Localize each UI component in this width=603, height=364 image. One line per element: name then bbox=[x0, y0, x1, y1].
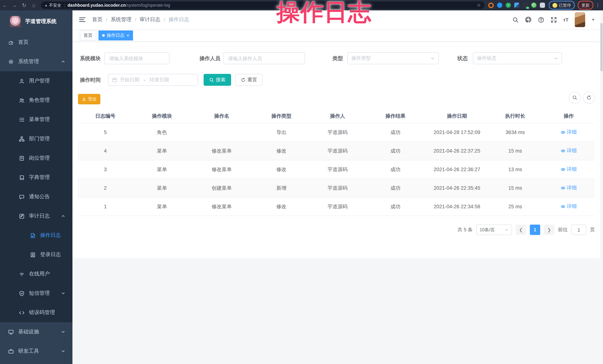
back-icon[interactable]: ← bbox=[0, 2, 10, 8]
extension-icon-green-v[interactable]: v bbox=[506, 3, 511, 8]
operator-input[interactable] bbox=[227, 55, 301, 61]
bookmark-star-icon[interactable]: ☆ bbox=[477, 3, 481, 8]
detail-link[interactable]: 详细 bbox=[561, 185, 577, 191]
status-select[interactable]: 操作状态 bbox=[473, 52, 562, 64]
sidebar-item-role-mgmt[interactable]: 角色管理 bbox=[0, 91, 72, 110]
column-header: 操作日期 bbox=[426, 113, 488, 120]
sidebar-item-user-mgmt[interactable]: 用户管理 bbox=[0, 71, 72, 91]
cell-operator: 芋道源码 bbox=[310, 203, 365, 210]
sidebar-item-menu-mgmt[interactable]: 菜单管理 bbox=[0, 110, 72, 129]
address-bar[interactable]: ▲ 不安全 | dashboard.yudao.iocoder.cn /syst… bbox=[41, 1, 485, 9]
sidebar-item-audit-log[interactable]: 审计日志 bbox=[0, 206, 72, 226]
sidebar-item-home[interactable]: 首页 bbox=[0, 33, 72, 52]
chrome-update-button[interactable]: 更新 bbox=[578, 1, 593, 10]
help-icon[interactable] bbox=[538, 17, 544, 23]
message-icon bbox=[19, 194, 24, 200]
detail-link[interactable]: 详细 bbox=[561, 148, 577, 154]
cell-type: 修改 bbox=[253, 148, 310, 154]
detail-link[interactable]: 详细 bbox=[561, 203, 577, 210]
github-icon[interactable] bbox=[525, 16, 532, 23]
sidebar-item-errcode-mgmt[interactable]: 错误码管理 bbox=[0, 303, 72, 322]
sidebar-item-dept-mgmt[interactable]: 部门管理 bbox=[0, 129, 72, 148]
extensions-puzzle-icon[interactable] bbox=[540, 3, 545, 8]
breadcrumb-system[interactable]: 系统管理 bbox=[111, 16, 131, 23]
sidebar-item-post-mgmt[interactable]: 岗位管理 bbox=[0, 148, 72, 168]
export-button[interactable]: 导出 bbox=[78, 94, 100, 104]
sidebar-item-label: 岗位管理 bbox=[29, 155, 50, 162]
browser-menu-icon[interactable]: ⋮ bbox=[596, 3, 600, 8]
extension-icon-green[interactable] bbox=[531, 3, 536, 8]
sidebar-item-system-mgmt[interactable]: 系统管理 bbox=[0, 52, 72, 71]
type-select[interactable]: 操作类型 bbox=[347, 52, 439, 64]
cell-date: 2021-04-26 22:36:27 bbox=[426, 167, 488, 172]
forward-icon[interactable]: → bbox=[10, 2, 19, 8]
sidebar-item-operate-log[interactable]: 操作日志 bbox=[0, 226, 72, 245]
time-label: 操作时间 bbox=[80, 74, 101, 86]
gear-icon bbox=[8, 59, 14, 65]
sidebar-item-notice[interactable]: 通知公告 bbox=[0, 187, 72, 206]
cell-date: 2021-04-26 22:34:58 bbox=[426, 204, 488, 209]
breadcrumb-audit[interactable]: 审计日志 bbox=[140, 16, 161, 23]
date-range-picker[interactable]: 开始日期 - 结束日期 bbox=[108, 74, 198, 86]
reload-icon[interactable]: ↻ bbox=[19, 2, 29, 8]
avatar-caret-icon[interactable]: ▼ bbox=[591, 18, 595, 22]
home-icon[interactable]: ⌂ bbox=[29, 2, 39, 8]
cell-log-id: 3 bbox=[78, 167, 133, 172]
tag-operate-log[interactable]: 操作日志 ✕ bbox=[98, 30, 133, 40]
extension-icon-dark-on[interactable]: on bbox=[523, 3, 528, 8]
cell-module: 菜单 bbox=[133, 203, 191, 210]
user-avatar[interactable] bbox=[575, 12, 585, 27]
sidebar-item-login-log[interactable]: 登录日志 bbox=[0, 245, 72, 264]
extension-icon-orange[interactable] bbox=[488, 2, 494, 8]
next-page-button[interactable]: ❯ bbox=[544, 225, 554, 235]
audit-log-icon bbox=[19, 213, 24, 219]
scrollbar-track[interactable] bbox=[600, 11, 603, 364]
detail-link-label: 详细 bbox=[567, 203, 577, 210]
fullscreen-icon[interactable] bbox=[551, 17, 557, 23]
sidebar-menu: 首页 系统管理 用户管理 角色管理 菜单管理 bbox=[0, 33, 72, 364]
module-input[interactable] bbox=[108, 55, 165, 61]
dashboard-icon bbox=[8, 39, 14, 45]
detail-link[interactable]: 详细 bbox=[561, 166, 577, 173]
sidebar-item-label: 首页 bbox=[18, 39, 29, 46]
cell-duration: 25 ms bbox=[488, 204, 543, 209]
sidebar-item-label: 系统管理 bbox=[18, 58, 39, 65]
detail-link-label: 详细 bbox=[567, 185, 577, 191]
sidebar-item-infrastructure[interactable]: 基础设施 bbox=[0, 322, 72, 342]
sidebar-logo-row[interactable]: 芋道管理系统 bbox=[0, 11, 72, 33]
goto-page-input[interactable] bbox=[571, 225, 586, 235]
close-icon[interactable]: ✕ bbox=[126, 33, 129, 37]
page-content: 系统模块 操作人员 类型 操作类型 状态 操作状态 bbox=[72, 42, 600, 364]
extension-icon-pin[interactable] bbox=[497, 3, 502, 8]
sidebar-item-online-users[interactable]: 在线用户 bbox=[0, 264, 72, 284]
cell-result: 成功 bbox=[365, 203, 426, 210]
hamburger-icon[interactable] bbox=[79, 17, 85, 22]
end-date-placeholder: 结束日期 bbox=[150, 77, 169, 83]
scrollbar-thumb[interactable] bbox=[600, 23, 603, 71]
sidebar-item-dev-tools[interactable]: 研发工具 bbox=[0, 342, 72, 361]
prev-page-button[interactable]: ❮ bbox=[516, 225, 526, 235]
cell-log-id: 1 bbox=[78, 204, 133, 209]
sidebar: 芋道管理系统 首页 系统管理 用户管理 角色管理 bbox=[0, 11, 72, 364]
page-size-select[interactable]: 10条/页 bbox=[476, 225, 512, 235]
refresh-table-button[interactable] bbox=[583, 92, 595, 104]
tag-home[interactable]: 首页 bbox=[80, 30, 96, 40]
sidebar-item-dict-mgmt[interactable]: 字典管理 bbox=[0, 168, 72, 187]
tag-label: 操作日志 bbox=[107, 32, 125, 38]
annotation-operate-log: 操作日志 bbox=[277, 0, 371, 28]
font-size-icon[interactable]: тT bbox=[563, 17, 569, 22]
tags-view: 首页 操作日志 ✕ bbox=[72, 29, 600, 42]
page-number-button[interactable]: 1 bbox=[530, 225, 540, 235]
extension-icon-blue[interactable] bbox=[514, 3, 519, 8]
table-header-row: 日志编号 操作模块 操作名 操作类型 操作人 操作结果 操作日期 执行时长 操作 bbox=[78, 110, 595, 123]
detail-link[interactable]: 详细 bbox=[561, 129, 577, 136]
column-header: 操作类型 bbox=[253, 113, 310, 120]
search-button[interactable]: 搜索 bbox=[204, 74, 231, 86]
breadcrumb-home[interactable]: 首页 bbox=[92, 16, 103, 23]
table-row: 2 菜单 创建菜单 新增 芋道源码 成功 2021-04-26 22:35:45… bbox=[78, 179, 595, 198]
profile-paused-chip[interactable]: 已暂停 bbox=[549, 1, 575, 10]
sidebar-item-sms-mgmt[interactable]: 短信管理 bbox=[0, 284, 72, 303]
toggle-search-button[interactable] bbox=[569, 92, 581, 104]
reset-button[interactable]: 重置 bbox=[235, 74, 263, 86]
search-icon[interactable] bbox=[512, 17, 519, 23]
